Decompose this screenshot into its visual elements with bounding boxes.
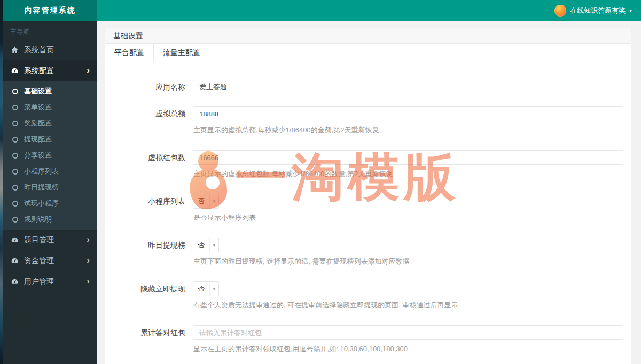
dashboard-icon	[11, 257, 19, 265]
subitem-label: 菜单设置	[24, 102, 52, 112]
circle-icon	[12, 89, 18, 94]
form-group-yesterday-rank: 昨日提现榜 否 ▼ 主页下面的昨日提现榜, 选择显示的话, 需要在提现榜列表添加…	[105, 238, 631, 270]
circle-icon	[12, 201, 18, 207]
nav-section-label: 主导航	[3, 21, 97, 39]
circle-icon	[12, 169, 18, 175]
subitem-label: 昨日提现榜	[24, 183, 59, 192]
circle-icon	[12, 105, 18, 110]
app-logo[interactable]: 内容管理系统	[3, 0, 97, 21]
virtual-redpacket-help: 主页显示的虚拟总红包数,每秒减少1/86400的数量,第2天重新恢复	[193, 169, 623, 179]
circle-icon	[12, 121, 18, 126]
form-group-virtual-total: 虚拟总额 主页显示的虚拟总额,每秒减少1/86400的金额,第2天重新恢复	[105, 106, 631, 138]
select-value: 否	[193, 194, 209, 208]
virtual-total-help: 主页显示的虚拟总额,每秒减少1/86400的金额,第2天重新恢复	[193, 125, 623, 135]
sidebar-subitem-miniapp-list[interactable]: 小程序列表	[3, 163, 97, 179]
form-group-miniapp-list: 小程序列表 否 ▼ 是否显示小程序列表	[105, 194, 631, 226]
sidebar-subitem-withdraw-config[interactable]: 提现配置	[3, 131, 97, 147]
sidebar-item-label: 用户管理	[24, 277, 54, 287]
left-edge-artifact	[0, 0, 3, 364]
yesterday-rank-help: 主页下面的昨日提现榜, 选择显示的话, 需要在提现榜列表添加对应数据	[193, 257, 623, 266]
sidebar-subitem-rules[interactable]: 规则说明	[3, 211, 97, 227]
sidebar-subitem-reward-config[interactable]: 奖励配置	[3, 115, 97, 131]
select-value: 否	[193, 238, 209, 252]
virtual-redpacket-label: 虚拟红包数	[105, 150, 193, 182]
dashboard-icon	[11, 67, 19, 75]
select-caret-icon: ▼	[209, 194, 218, 208]
avatar	[554, 5, 566, 17]
chevron-down-icon: ▾	[629, 8, 632, 13]
user-menu[interactable]: 在线知识答题有奖 ▾	[552, 0, 634, 21]
virtual-total-label: 虚拟总额	[105, 106, 193, 138]
dashboard-icon	[11, 236, 19, 244]
settings-card: 基础设置 平台配置 流量主配置 应用名称 虚拟总额 主页显示的虚拟总额,每秒减少…	[105, 28, 631, 364]
subitem-label: 试玩小程序	[24, 199, 59, 208]
hide-withdraw-select[interactable]: 否 ▼	[193, 281, 219, 296]
sidebar-item-user-mgmt[interactable]: 用户管理 ›	[3, 271, 97, 292]
subitem-label: 分享设置	[24, 151, 52, 160]
tab-platform-config[interactable]: 平台配置	[105, 44, 154, 62]
form-group-cumulative-reward: 累计答对红包 显示在主页的累计答对领取红包,用逗号隔开,如: 10,30,60,…	[105, 325, 631, 357]
tab-traffic-config[interactable]: 流量主配置	[154, 44, 209, 61]
settings-form: 应用名称 虚拟总额 主页显示的虚拟总额,每秒减少1/86400的金额,第2天重新…	[105, 61, 631, 357]
sidebar-subitem-trial-miniapp[interactable]: 试玩小程序	[3, 195, 97, 211]
system-config-submenu: 基础设置 菜单设置 奖励配置 提现配置 分享设置 小程序列表 昨日提现榜 试玩	[3, 81, 97, 230]
main-content: 基础设置 平台配置 流量主配置 应用名称 虚拟总额 主页显示的虚拟总额,每秒减少…	[97, 21, 641, 364]
sidebar-item-label: 资金管理	[24, 256, 54, 266]
miniapp-list-label: 小程序列表	[105, 194, 193, 226]
sidebar-item-label: 系统配置	[24, 66, 54, 76]
circle-icon	[12, 185, 18, 191]
cumulative-reward-input[interactable]	[193, 325, 623, 340]
chevron-right-icon: ›	[87, 276, 90, 286]
sidebar-item-label: 系统首页	[24, 45, 54, 55]
circle-icon	[12, 217, 18, 223]
sidebar-item-label: 题目管理	[24, 235, 54, 245]
sidebar-item-question-mgmt[interactable]: 题目管理 ›	[3, 230, 97, 250]
select-caret-icon: ▼	[209, 238, 218, 252]
sidebar-subitem-menu-settings[interactable]: 菜单设置	[3, 99, 97, 115]
subitem-label: 奖励配置	[24, 118, 52, 128]
app-name-input[interactable]	[193, 80, 623, 94]
user-menu-label: 在线知识答题有奖	[570, 6, 626, 15]
form-group-app-name: 应用名称	[105, 80, 631, 94]
form-group-hide-withdraw: 隐藏立即提现 否 ▼ 有些个人资质无法提审通过的, 可在提审前选择隐藏立即提现的…	[105, 281, 631, 313]
tab-bar: 平台配置 流量主配置	[105, 44, 631, 61]
virtual-redpacket-input[interactable]	[193, 150, 623, 165]
topbar: 在线知识答题有奖 ▾	[97, 0, 641, 21]
subitem-label: 规则说明	[24, 215, 52, 224]
select-value: 否	[193, 282, 209, 296]
miniapp-list-select[interactable]: 否 ▼	[193, 194, 219, 209]
app-name-label: 应用名称	[105, 80, 193, 94]
hide-withdraw-label: 隐藏立即提现	[105, 281, 193, 313]
circle-icon	[12, 137, 18, 143]
sidebar-item-system-config[interactable]: 系统配置 ›	[3, 60, 97, 81]
subitem-label: 基础设置	[24, 86, 52, 96]
sidebar-subitem-yesterday-withdraw-rank[interactable]: 昨日提现榜	[3, 179, 97, 195]
yesterday-rank-select[interactable]: 否 ▼	[193, 238, 219, 252]
sidebar-item-fund-mgmt[interactable]: 资金管理 ›	[3, 250, 97, 271]
chevron-right-icon: ›	[87, 235, 90, 244]
yesterday-rank-label: 昨日提现榜	[105, 238, 193, 270]
select-caret-icon: ▼	[209, 282, 218, 296]
sidebar: 内容管理系统 主导航 系统首页 系统配置 › 基础设置 菜单设置 奖励配置 提现…	[3, 0, 97, 364]
cumulative-reward-help: 显示在主页的累计答对领取红包,用逗号隔开,如: 10,30,60,100,180…	[193, 344, 623, 354]
form-group-virtual-redpacket: 虚拟红包数 主页显示的虚拟总红包数,每秒减少1/86400的数量,第2天重新恢复	[105, 150, 631, 182]
subitem-label: 提现配置	[24, 134, 52, 144]
circle-icon	[12, 153, 18, 159]
sidebar-subitem-share-settings[interactable]: 分享设置	[3, 147, 97, 163]
card-title: 基础设置	[105, 28, 631, 44]
chevron-right-icon: ›	[87, 66, 90, 75]
sidebar-item-home[interactable]: 系统首页	[3, 39, 97, 60]
cumulative-reward-label: 累计答对红包	[105, 325, 193, 357]
hide-withdraw-help: 有些个人资质无法提审通过的, 可在提审前选择隐藏立即提现的页面, 审核通过后再显…	[193, 300, 623, 310]
dashboard-icon	[11, 278, 19, 286]
virtual-total-input[interactable]	[193, 106, 623, 121]
home-icon	[11, 46, 19, 54]
chevron-right-icon: ›	[87, 256, 90, 265]
miniapp-list-help: 是否显示小程序列表	[193, 213, 623, 223]
sidebar-subitem-basic-settings[interactable]: 基础设置	[3, 83, 97, 99]
subitem-label: 小程序列表	[24, 167, 59, 176]
app-title: 内容管理系统	[25, 6, 76, 15]
